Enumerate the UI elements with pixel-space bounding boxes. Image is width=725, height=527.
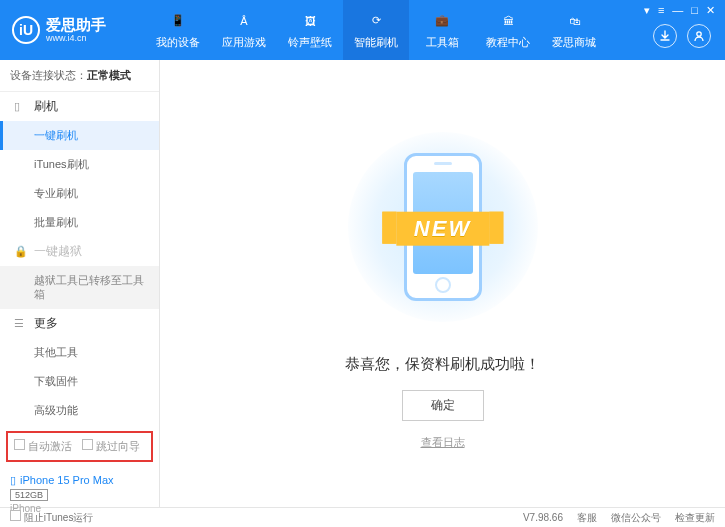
nav-icon: 🖼 (300, 11, 320, 31)
device-icon: ▯ (10, 474, 16, 487)
window-control-3[interactable]: □ (691, 4, 698, 17)
sidebar-item-advanced[interactable]: 高级功能 (0, 396, 159, 425)
section-jailbreak-label: 一键越狱 (34, 243, 82, 260)
sidebar-item-itunes[interactable]: iTunes刷机 (0, 150, 159, 179)
connection-status: 设备连接状态：正常模式 (0, 60, 159, 92)
window-controls: ▾≡—□✕ (644, 4, 715, 17)
section-flash[interactable]: ▯ 刷机 (0, 92, 159, 121)
checkbox-block-itunes[interactable]: 阻止iTunes运行 (10, 510, 93, 525)
app-header: iU 爱思助手 www.i4.cn 📱我的设备Å应用游戏🖼铃声壁纸⟳智能刷机💼工… (0, 0, 725, 60)
nav-item-1[interactable]: Å应用游戏 (211, 0, 277, 60)
checkbox-skip-guide[interactable]: 跳过向导 (82, 439, 140, 454)
nav-item-4[interactable]: 💼工具箱 (409, 0, 475, 60)
nav-item-0[interactable]: 📱我的设备 (145, 0, 211, 60)
options-highlight: 自动激活 跳过向导 (6, 431, 153, 462)
section-more[interactable]: ☰ 更多 (0, 309, 159, 338)
footer-link-update[interactable]: 检查更新 (675, 511, 715, 525)
main-content: NEW 恭喜您，保资料刷机成功啦！ 确定 查看日志 (160, 60, 725, 507)
status-mode: 正常模式 (87, 69, 131, 81)
jailbreak-note: 越狱工具已转移至工具箱 (0, 266, 159, 309)
checkbox-auto-activate[interactable]: 自动激活 (14, 439, 72, 454)
window-control-1[interactable]: ≡ (658, 4, 664, 17)
nav-icon: Å (234, 11, 254, 31)
download-icon[interactable] (653, 24, 677, 48)
nav-item-6[interactable]: 🛍爱思商城 (541, 0, 607, 60)
app-url: www.i4.cn (46, 33, 106, 43)
success-message: 恭喜您，保资料刷机成功啦！ (345, 355, 540, 374)
window-control-2[interactable]: — (672, 4, 683, 17)
nav-icon: ⟳ (366, 11, 386, 31)
section-jailbreak: 🔒 一键越狱 (0, 237, 159, 266)
nav-icon: 📱 (168, 11, 188, 31)
window-control-0[interactable]: ▾ (644, 4, 650, 17)
phone-icon: ▯ (14, 100, 28, 113)
new-badge-text: NEW (396, 212, 489, 246)
status-label: 设备连接状态： (10, 69, 87, 81)
nav-item-5[interactable]: 🏛教程中心 (475, 0, 541, 60)
device-storage: 512GB (10, 489, 48, 501)
app-name: 爱思助手 (46, 17, 106, 34)
user-icon[interactable] (687, 24, 711, 48)
new-badge: NEW (396, 212, 489, 246)
nav-item-3[interactable]: ⟳智能刷机 (343, 0, 409, 60)
nav-icon: 🛍 (564, 11, 584, 31)
lock-icon: 🔒 (14, 245, 28, 258)
sidebar-item-download[interactable]: 下载固件 (0, 367, 159, 396)
nav-item-2[interactable]: 🖼铃声壁纸 (277, 0, 343, 60)
sidebar-item-batch[interactable]: 批量刷机 (0, 208, 159, 237)
menu-icon: ☰ (14, 317, 28, 330)
svg-point-0 (697, 32, 701, 36)
footer-link-wechat[interactable]: 微信公众号 (611, 511, 661, 525)
sidebar-item-othertools[interactable]: 其他工具 (0, 338, 159, 367)
sidebar-item-oneclick[interactable]: 一键刷机 (0, 121, 159, 150)
footer-link-support[interactable]: 客服 (577, 511, 597, 525)
logo-icon: iU (12, 16, 40, 44)
header-action-icons (653, 24, 711, 48)
nav-icon: 🏛 (498, 11, 518, 31)
sidebar: 设备连接状态：正常模式 ▯ 刷机 一键刷机 iTunes刷机 专业刷机 批量刷机… (0, 60, 160, 507)
window-control-4[interactable]: ✕ (706, 4, 715, 17)
nav-icon: 💼 (432, 11, 452, 31)
view-log-link[interactable]: 查看日志 (421, 435, 465, 450)
device-name[interactable]: ▯ iPhone 15 Pro Max (10, 474, 149, 487)
main-nav: 📱我的设备Å应用游戏🖼铃声壁纸⟳智能刷机💼工具箱🏛教程中心🛍爱思商城 (145, 0, 607, 60)
section-flash-label: 刷机 (34, 98, 58, 115)
ok-button[interactable]: 确定 (402, 390, 484, 421)
section-more-label: 更多 (34, 315, 58, 332)
logo: iU 爱思助手 www.i4.cn (0, 16, 145, 44)
version-label: V7.98.66 (523, 512, 563, 523)
sidebar-item-pro[interactable]: 专业刷机 (0, 179, 159, 208)
success-illustration: NEW (333, 117, 553, 337)
